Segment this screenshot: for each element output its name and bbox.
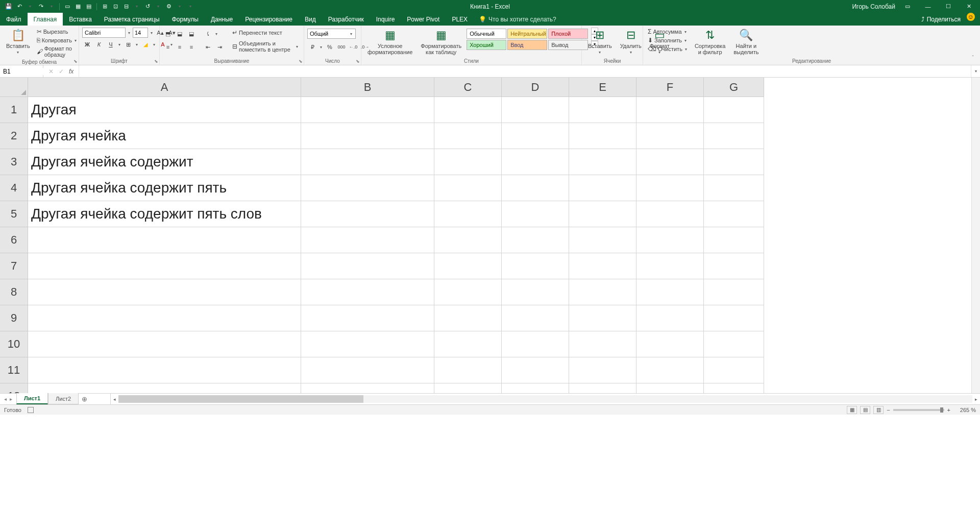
qat-custom-4[interactable]: ⊞ — [100, 2, 109, 11]
cell[interactable] — [28, 383, 301, 393]
qat-custom-3[interactable]: ▤ — [84, 2, 93, 11]
align-middle-icon[interactable]: ⬓ — [175, 29, 185, 39]
cell[interactable] — [636, 97, 704, 123]
accounting-format-icon[interactable]: ₽ — [307, 42, 317, 52]
row-header[interactable]: 3 — [0, 149, 28, 175]
qat-dropdown[interactable]: ▾ — [132, 2, 141, 11]
italic-button[interactable]: К — [94, 39, 104, 50]
formula-input[interactable] — [79, 65, 971, 77]
qat-custom-5[interactable]: ⊡ — [111, 2, 120, 11]
cell[interactable] — [636, 253, 704, 279]
fx-icon[interactable]: fx — [67, 68, 76, 75]
cell[interactable] — [569, 331, 636, 357]
row-header[interactable]: 9 — [0, 305, 28, 331]
cancel-formula-icon[interactable]: ✕ — [46, 68, 56, 75]
cell[interactable] — [569, 279, 636, 305]
row-header[interactable]: 10 — [0, 331, 28, 357]
cell[interactable] — [569, 123, 636, 149]
maximize-icon[interactable]: ☐ — [940, 2, 957, 12]
zoom-percent[interactable]: 265 % — [953, 407, 976, 413]
cell[interactable] — [569, 149, 636, 175]
insert-cells-button[interactable]: ⊞Вставить▾ — [585, 28, 615, 56]
qat-custom-6[interactable]: ⊟ — [121, 2, 131, 11]
autosum-button[interactable]: ΣАвтосумма▾ — [646, 28, 690, 36]
cell[interactable] — [434, 357, 502, 383]
cell[interactable] — [28, 253, 301, 279]
cell[interactable] — [704, 97, 764, 123]
borders-button[interactable]: ⊞ — [123, 39, 133, 50]
cell[interactable] — [569, 253, 636, 279]
cell[interactable] — [301, 253, 434, 279]
cells-area[interactable]: ДругаяДругая ячейкаДругая ячейка содержи… — [28, 97, 980, 393]
qat-dropdown[interactable]: ▾ — [175, 2, 184, 11]
accept-formula-icon[interactable]: ✓ — [57, 68, 66, 75]
style-input[interactable]: Ввод — [507, 40, 547, 50]
tab-data[interactable]: Данные — [205, 13, 239, 26]
cell[interactable] — [502, 253, 569, 279]
cell[interactable] — [434, 253, 502, 279]
tab-plex[interactable]: PLEX — [446, 13, 474, 26]
zoom-slider[interactable] — [893, 409, 944, 411]
user-name[interactable]: Игорь Солобай — [852, 3, 895, 10]
cell[interactable] — [301, 357, 434, 383]
undo-icon[interactable]: ↶ — [15, 2, 24, 11]
add-sheet-button[interactable]: ⊕ — [79, 394, 90, 404]
merge-center-button[interactable]: ⊟Объединить и поместить в центре▾ — [231, 40, 301, 53]
cell[interactable] — [636, 123, 704, 149]
dialog-launcher-icon[interactable]: ⬊ — [356, 59, 360, 64]
wrap-text-button[interactable]: ↵Перенести текст — [231, 29, 301, 37]
chevron-down-icon[interactable]: ▾ — [214, 32, 218, 36]
qat-customize-icon[interactable]: ▾ — [186, 2, 195, 11]
row-header[interactable]: 2 — [0, 123, 28, 149]
tab-formulas[interactable]: Формулы — [166, 13, 205, 26]
cell[interactable] — [569, 97, 636, 123]
align-right-icon[interactable]: ≡ — [186, 42, 197, 52]
view-page-break-icon[interactable]: ▥ — [873, 406, 884, 414]
copy-button[interactable]: ⎘Копировать▾ — [35, 36, 79, 44]
cell[interactable] — [301, 305, 434, 331]
cell[interactable] — [502, 357, 569, 383]
cell[interactable]: Другая ячейка содержит пять — [28, 175, 301, 201]
sort-filter-button[interactable]: ⇅Сортировка и фильтр — [692, 28, 728, 56]
format-painter-button[interactable]: 🖌Формат по образцу — [35, 45, 79, 58]
cell[interactable] — [301, 123, 434, 149]
style-neutral[interactable]: Нейтральный — [507, 29, 547, 39]
font-name-combo[interactable] — [82, 28, 126, 38]
cell[interactable] — [301, 331, 434, 357]
cell[interactable] — [704, 175, 764, 201]
style-good[interactable]: Хороший — [467, 40, 506, 50]
cell[interactable] — [636, 227, 704, 253]
dialog-launcher-icon[interactable]: ⬊ — [74, 59, 78, 64]
cell[interactable] — [502, 149, 569, 175]
cell[interactable] — [502, 97, 569, 123]
cell[interactable] — [704, 383, 764, 393]
tab-home[interactable]: Главная — [28, 13, 63, 26]
chevron-down-icon[interactable]: ▾ — [152, 42, 156, 47]
tab-inquire[interactable]: Inquire — [370, 13, 401, 26]
cell[interactable] — [502, 279, 569, 305]
cell[interactable] — [434, 331, 502, 357]
dialog-launcher-icon[interactable]: ⬊ — [299, 59, 303, 64]
chevron-down-icon[interactable]: ▾ — [135, 42, 139, 47]
cell[interactable] — [434, 383, 502, 393]
tab-page-layout[interactable]: Разметка страницы — [98, 13, 166, 26]
row-header[interactable]: 4 — [0, 175, 28, 201]
align-left-icon[interactable]: ≡ — [163, 42, 173, 52]
scroll-right-icon[interactable]: ▸ — [972, 395, 980, 403]
cell[interactable] — [28, 279, 301, 305]
row-header[interactable]: 8 — [0, 279, 28, 305]
row-header[interactable]: 6 — [0, 227, 28, 253]
cell[interactable] — [434, 97, 502, 123]
tab-power-pivot[interactable]: Power Pivot — [401, 13, 446, 26]
tab-review[interactable]: Рецензирование — [239, 13, 299, 26]
cell[interactable] — [434, 305, 502, 331]
cell[interactable] — [569, 227, 636, 253]
increase-decimal-icon[interactable]: ←.0 — [348, 42, 358, 52]
ribbon-display-icon[interactable]: ▭ — [899, 2, 916, 12]
column-header[interactable]: C — [434, 78, 502, 97]
redo-dropdown-icon[interactable]: ▾ — [47, 2, 56, 11]
chevron-down-icon[interactable]: ▾ — [127, 31, 131, 35]
column-header[interactable]: D — [502, 78, 569, 97]
cell[interactable] — [704, 149, 764, 175]
cell[interactable] — [569, 305, 636, 331]
